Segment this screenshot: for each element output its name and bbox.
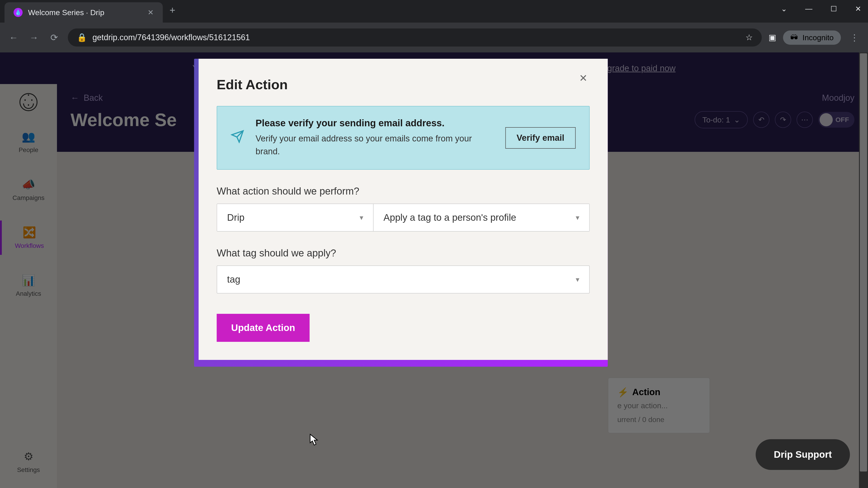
action-field-label: What action should we perform? xyxy=(217,186,590,197)
edit-action-modal: Edit Action ✕ Please verify your sending… xyxy=(199,59,608,360)
chevron-down-icon: ▾ xyxy=(360,213,363,222)
extensions-icon[interactable]: ▣ xyxy=(769,33,776,42)
alert-title: Please verify your sending email address… xyxy=(256,118,494,129)
cursor-icon xyxy=(310,434,319,443)
select-value: Drip xyxy=(227,212,245,223)
incognito-icon: 🕶 xyxy=(790,33,798,42)
select-value: Apply a tag to a person's profile xyxy=(383,212,516,223)
tab-bar: 💧 Welcome Series · Drip ✕ + xyxy=(0,0,868,23)
select-value: tag xyxy=(227,274,240,285)
browser-tab[interactable]: 💧 Welcome Series · Drip ✕ xyxy=(4,2,163,23)
close-icon[interactable]: ✕ xyxy=(148,8,154,17)
maximize-icon[interactable]: ☐ xyxy=(831,4,837,13)
window-controls: ⌄ — ☐ ✕ xyxy=(781,4,861,13)
close-window-icon[interactable]: ✕ xyxy=(855,4,861,13)
provider-select[interactable]: Drip ▾ xyxy=(217,204,373,231)
reload-button[interactable]: ⟳ xyxy=(48,31,61,44)
incognito-badge: 🕶 Incognito xyxy=(783,31,841,45)
modal-title: Edit Action xyxy=(217,77,590,92)
browser-chrome: 💧 Welcome Series · Drip ✕ + ⌄ — ☐ ✕ ← → … xyxy=(0,0,868,53)
support-widget[interactable]: Drip Support xyxy=(756,439,850,470)
address-bar: ← → ⟳ 🔒 getdrip.com/7641396/workflows/51… xyxy=(0,23,868,53)
verify-email-button[interactable]: Verify email xyxy=(505,127,576,149)
chevron-down-icon[interactable]: ⌄ xyxy=(781,4,787,13)
new-tab-button[interactable]: + xyxy=(169,4,176,23)
update-action-button[interactable]: Update Action xyxy=(217,314,310,342)
scrollbar-thumb[interactable] xyxy=(860,53,867,471)
back-button[interactable]: ← xyxy=(7,31,20,44)
tag-field-label: What tag should we apply? xyxy=(217,248,590,259)
alert-body: Verify your email address so your emails… xyxy=(256,132,494,158)
lock-icon: 🔒 xyxy=(77,33,87,42)
tab-title: Welcome Series · Drip xyxy=(28,8,142,17)
modal-frame: Edit Action ✕ Please verify your sending… xyxy=(194,59,608,367)
chevron-down-icon: ▾ xyxy=(576,213,579,222)
send-icon xyxy=(231,130,244,146)
url-text: getdrip.com/7641396/workflows/516121561 xyxy=(92,33,250,42)
tag-select[interactable]: tag ▾ xyxy=(217,265,590,293)
minimize-icon[interactable]: — xyxy=(805,4,812,13)
url-input[interactable]: 🔒 getdrip.com/7641396/workflows/51612156… xyxy=(68,29,762,46)
action-select-row: Drip ▾ Apply a tag to a person's profile… xyxy=(217,203,590,232)
drip-favicon-icon: 💧 xyxy=(13,8,23,17)
vertical-scrollbar[interactable] xyxy=(859,53,868,488)
forward-button[interactable]: → xyxy=(27,31,41,44)
chevron-down-icon: ▾ xyxy=(576,275,579,284)
close-modal-button[interactable]: ✕ xyxy=(579,72,587,84)
verify-email-alert: Please verify your sending email address… xyxy=(217,106,590,170)
incognito-label: Incognito xyxy=(802,33,834,42)
star-icon[interactable]: ☆ xyxy=(745,33,753,42)
kebab-menu[interactable]: ⋮ xyxy=(848,31,861,44)
action-type-select[interactable]: Apply a tag to a person's profile ▾ xyxy=(373,204,589,231)
